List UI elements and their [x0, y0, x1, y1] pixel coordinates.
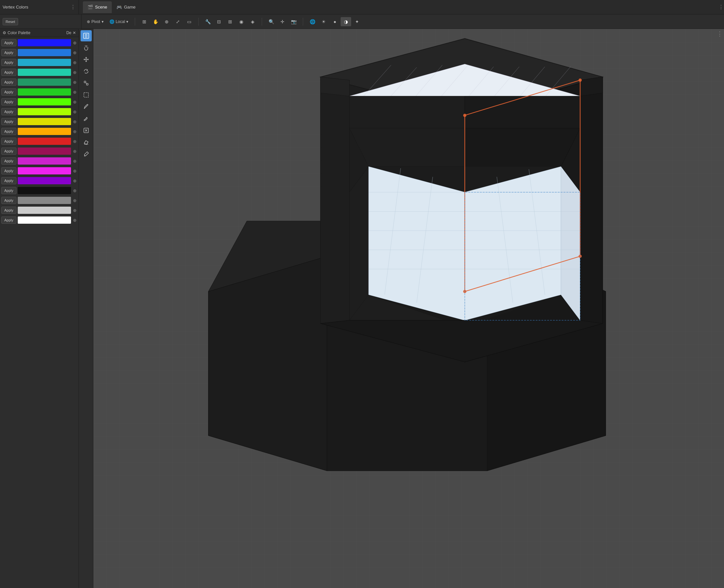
apply-button-11[interactable]: Apply: [1, 138, 17, 145]
shaded-btn[interactable]: ◑: [341, 17, 351, 26]
grid-btn[interactable]: ⊞: [225, 17, 236, 26]
paint-icon[interactable]: [81, 101, 92, 112]
color-swatch-15[interactable]: [18, 177, 71, 184]
color-swatch-14[interactable]: [18, 167, 71, 174]
color-swatch-13[interactable]: [18, 158, 71, 165]
fx-btn[interactable]: ✦: [352, 17, 362, 26]
color-swatch-10[interactable]: [18, 128, 71, 135]
sphere-btn[interactable]: ◉: [236, 17, 247, 26]
tab-game[interactable]: 🎮 Game: [112, 1, 140, 13]
apply-button-6[interactable]: Apply: [1, 88, 17, 96]
eyedropper-button-5[interactable]: ⊕: [72, 79, 77, 85]
eyedropper-button-4[interactable]: ⊕: [72, 69, 77, 76]
local-button[interactable]: 🌐 Local ▾: [107, 18, 131, 25]
brush-icon[interactable]: [81, 113, 92, 124]
rect-tool-btn[interactable]: ▭: [184, 17, 194, 26]
color-swatch-8[interactable]: [18, 108, 71, 115]
eyedropper-button-13[interactable]: ⊕: [72, 158, 77, 164]
color-swatch-4[interactable]: [18, 69, 71, 76]
eyedropper-button-1[interactable]: ⊕: [72, 40, 77, 46]
main-area: ⚙ Color Palette De ✕ Apply⊕Apply⊕Apply⊕A…: [0, 29, 724, 588]
eyedropper-button-12[interactable]: ⊕: [72, 148, 77, 154]
color-swatch-17[interactable]: [18, 197, 71, 204]
apply-button-16[interactable]: Apply: [1, 187, 17, 194]
rotate-tool-btn[interactable]: ⊕: [161, 17, 172, 26]
apply-button-2[interactable]: Apply: [1, 49, 17, 56]
eyedropper-button-2[interactable]: ⊕: [72, 49, 77, 56]
apply-button-3[interactable]: Apply: [1, 59, 17, 66]
scale-tool-btn[interactable]: ⤢: [173, 17, 183, 26]
move-tool-icon[interactable]: [81, 54, 92, 65]
search-btn[interactable]: 🔍: [266, 17, 277, 26]
vertex-paint-icon[interactable]: [81, 125, 92, 136]
panel-menu-icon[interactable]: ⋮: [71, 4, 76, 10]
apply-button-19[interactable]: Apply: [1, 216, 17, 224]
topbar-menu-icon[interactable]: ⋮: [719, 4, 724, 10]
apply-button-12[interactable]: Apply: [1, 147, 17, 155]
layers-btn[interactable]: ◈: [247, 17, 258, 26]
rect-select-icon[interactable]: [81, 89, 92, 101]
hand-tool-btn[interactable]: ✋: [150, 17, 161, 26]
globe-btn[interactable]: 🌐: [307, 17, 318, 26]
move-tool-btn[interactable]: ⊞: [139, 17, 149, 26]
apply-button-4[interactable]: Apply: [1, 69, 17, 76]
apply-button-7[interactable]: Apply: [1, 98, 17, 105]
pivot-chevron: ▾: [102, 19, 104, 24]
eyedropper-button-3[interactable]: ⊕: [72, 60, 77, 66]
color-swatch-3[interactable]: [18, 59, 71, 66]
apply-button-14[interactable]: Apply: [1, 167, 17, 174]
apply-button-10[interactable]: Apply: [1, 128, 17, 135]
eyedropper-button-9[interactable]: ⊕: [72, 119, 77, 125]
tab-scene[interactable]: 🎬 Scene: [83, 1, 112, 13]
circle-btn[interactable]: ●: [329, 17, 340, 26]
apply-button-9[interactable]: Apply: [1, 118, 17, 125]
color-swatch-2[interactable]: [18, 49, 71, 56]
svg-point-13: [84, 120, 85, 121]
pivot-button[interactable]: ⊕ Pivot ▾: [84, 18, 106, 25]
eyedropper-button-11[interactable]: ⊕: [72, 138, 77, 145]
eraser-icon[interactable]: [81, 136, 92, 148]
nav-btn[interactable]: ✛: [277, 17, 288, 26]
select-tool-icon[interactable]: [81, 30, 92, 41]
eyedropper-button-19[interactable]: ⊕: [72, 217, 77, 223]
camera-btn[interactable]: 📷: [288, 17, 299, 26]
color-swatch-1[interactable]: [18, 39, 71, 46]
eyedropper-button-14[interactable]: ⊕: [72, 168, 77, 174]
color-swatch-12[interactable]: [18, 147, 71, 155]
apply-button-8[interactable]: Apply: [1, 108, 17, 115]
color-swatch-16[interactable]: [18, 187, 71, 194]
apply-button-13[interactable]: Apply: [1, 158, 17, 165]
color-swatch-11[interactable]: [18, 138, 71, 145]
viewport-menu-icon[interactable]: ⋮: [717, 30, 723, 38]
color-swatch-7[interactable]: [18, 98, 71, 105]
apply-button-1[interactable]: Apply: [1, 39, 17, 46]
eyedropper-button-17[interactable]: ⊕: [72, 197, 77, 204]
color-swatch-9[interactable]: [18, 118, 71, 125]
color-swatch-6[interactable]: [18, 88, 71, 96]
apply-button-18[interactable]: Apply: [1, 207, 17, 214]
rotate-tool-icon[interactable]: [81, 66, 92, 77]
sun-btn[interactable]: ☀: [318, 17, 329, 26]
eyedropper-button-7[interactable]: ⊕: [72, 99, 77, 105]
eyedropper-button-18[interactable]: ⊕: [72, 207, 77, 213]
apply-button-17[interactable]: Apply: [1, 197, 17, 204]
apply-button-5[interactable]: Apply: [1, 79, 17, 86]
hand-tool-icon[interactable]: [81, 42, 92, 53]
viewport[interactable]: ⋮: [93, 29, 724, 588]
fx-icon: ✦: [355, 19, 359, 24]
color-swatch-18[interactable]: [18, 207, 71, 214]
eyedropper-button-16[interactable]: ⊕: [72, 188, 77, 194]
settings-btn[interactable]: 🔧: [203, 17, 213, 26]
apply-button-15[interactable]: Apply: [1, 177, 17, 184]
eyedropper-button-6[interactable]: ⊕: [72, 89, 77, 95]
eyedropper-button-8[interactable]: ⊕: [72, 109, 77, 115]
eyedropper-button-15[interactable]: ⊕: [72, 178, 77, 184]
color-swatch-19[interactable]: [18, 216, 71, 224]
reset-button[interactable]: Reset: [3, 18, 18, 25]
color-swatch-5[interactable]: [18, 79, 71, 86]
color-picker-tool-icon[interactable]: [81, 148, 92, 160]
scale-tool-icon[interactable]: [81, 78, 92, 89]
eyedropper-button-10[interactable]: ⊕: [72, 128, 77, 135]
pivot-icon: ⊕: [87, 19, 90, 24]
align-btn[interactable]: ⊟: [214, 17, 224, 26]
